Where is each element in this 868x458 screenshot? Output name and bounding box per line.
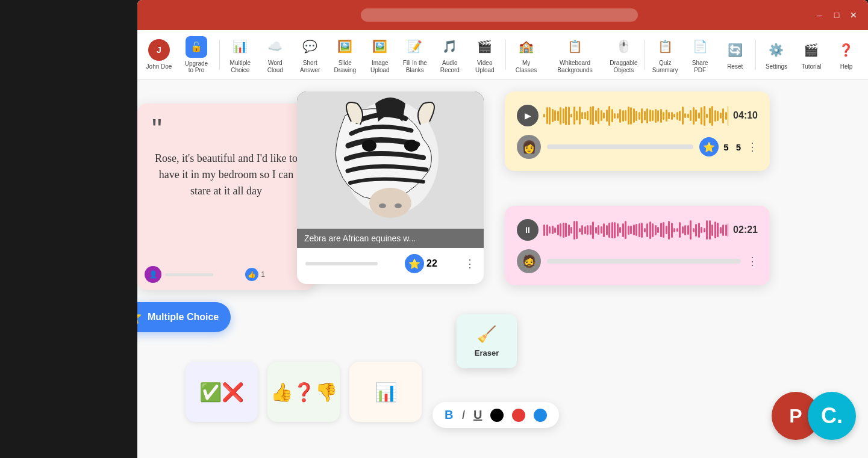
multiple-choice-button[interactable]: ⭐ Multiple Choice: [137, 302, 231, 332]
multiple-choice-star: ⭐: [137, 309, 142, 325]
quiz-icon-correct-wrong[interactable]: ✅❌: [186, 362, 258, 422]
toolbar-slide-drawing[interactable]: 🖼️ SlideDrawing: [328, 33, 362, 76]
toolbar-help[interactable]: ❓ Help: [829, 37, 863, 73]
slide-drawing-label: SlideDrawing: [334, 60, 356, 74]
audio-user-row-pink: 🧔 ⋮: [517, 249, 758, 273]
color-red-dot[interactable]: [512, 409, 525, 422]
close-button[interactable]: ✕: [849, 10, 858, 20]
like-count: 1: [261, 270, 265, 279]
toolbar-whiteboard[interactable]: 📋 Whiteboard Backgrounds: [545, 33, 606, 76]
quiz-summary-label: QuizSummary: [652, 60, 678, 74]
settings-icon: ⚙️: [766, 39, 787, 61]
classpoint-icon[interactable]: C.: [808, 392, 856, 440]
toolbar-short-answer[interactable]: 💬 ShortAnswer: [293, 33, 327, 76]
toolbar-my-classes[interactable]: 🏫 MyClasses: [510, 33, 543, 76]
word-cloud-icon: ☁️: [264, 36, 286, 57]
zebra-caption: Zebra are African equines w...: [297, 229, 484, 248]
settings-label: Settings: [766, 63, 787, 70]
quiz-summary-icon: 📋: [654, 36, 676, 57]
zebra-image: Zebra are African equines w...: [297, 91, 484, 248]
word-cloud-label: WordCloud: [267, 60, 283, 74]
title-bar-controls: – □ ✕: [815, 10, 858, 20]
eraser-label: Eraser: [475, 348, 499, 357]
title-search-bar[interactable]: [361, 8, 638, 22]
zebra-svg: [297, 91, 484, 248]
quiz-icon-scale[interactable]: 📊: [349, 362, 422, 422]
fill-blanks-label: Fill in theBlanks: [403, 60, 427, 74]
zebra-card-footer: ⭐ 22 ⋮: [297, 248, 484, 279]
maximize-button[interactable]: □: [832, 10, 841, 20]
video-upload-icon: 🎬: [474, 36, 496, 57]
zebra-star-count: 22: [426, 258, 437, 269]
italic-button[interactable]: I: [461, 408, 465, 422]
audio-waveform-pink: ⏸ 02:21: [517, 218, 758, 242]
audio-time-yellow: 04:10: [733, 110, 758, 121]
star-number-yellow: 5: [723, 142, 728, 152]
audio-card-yellow: ▶ 04:10 👩 ⭐ 5 5 ⋮: [505, 91, 770, 171]
audio-time-pink: 02:21: [733, 224, 758, 235]
audio-record-icon: 🎵: [439, 36, 461, 57]
zebra-star-icon: ⭐: [405, 254, 424, 273]
audio-waveform-yellow: ▶ 04:10: [517, 104, 758, 128]
color-black-dot[interactable]: [490, 409, 504, 422]
fill-blanks-icon: 📝: [404, 36, 426, 57]
whiteboard-label: Whiteboard Backgrounds: [548, 60, 602, 74]
eraser-tool-card[interactable]: 🧹 Eraser: [457, 314, 517, 368]
zebra-star-badge: ⭐ 22: [405, 254, 437, 273]
toolbar-share-pdf[interactable]: 📄 SharePDF: [683, 33, 717, 76]
bold-button[interactable]: B: [445, 408, 453, 422]
quote-card-footer: 👤 👍 1 ⋮: [145, 266, 308, 283]
toolbar-audio-record[interactable]: 🎵 AudioRecord: [433, 33, 467, 76]
quiz-icon-vote[interactable]: 👍❓👎: [267, 362, 340, 422]
toolbar: J John Doe 🔓 Upgradeto Pro 📊 MultipleCho…: [137, 30, 868, 79]
my-classes-icon: 🏫: [516, 36, 537, 57]
zebra-more-button[interactable]: ⋮: [464, 257, 475, 270]
slide-drawing-icon: 🖼️: [334, 36, 356, 57]
pause-button-pink[interactable]: ⏸: [517, 219, 539, 241]
audio-record-label: AudioRecord: [440, 60, 460, 74]
toolbar-multiple-choice[interactable]: 📊 MultipleChoice: [223, 33, 257, 76]
quiz-icons-row: ✅❌ 👍❓👎 📊: [186, 362, 422, 422]
toolbar-tutorial[interactable]: 🎬 Tutorial: [795, 37, 828, 73]
color-blue-dot[interactable]: [534, 409, 547, 422]
toolbar-draggable[interactable]: 🖱️ DraggableObjects: [607, 33, 640, 76]
svg-point-2: [369, 188, 411, 218]
toolbar-image-upload[interactable]: 🖼️ ImageUpload: [363, 33, 397, 76]
eraser-icon: 🧹: [477, 325, 496, 344]
multiple-choice-label: Multiple Choice: [148, 312, 219, 323]
toolbar-word-cloud[interactable]: ☁️ WordCloud: [258, 33, 292, 76]
quote-marks: ": [152, 118, 301, 141]
multiple-choice-icon: 📊: [229, 36, 251, 57]
yellow-more-button[interactable]: ⋮: [747, 140, 758, 153]
title-bar: – □ ✕: [137, 0, 868, 30]
svg-point-3: [362, 140, 376, 152]
toolbar-settings[interactable]: ⚙️ Settings: [760, 37, 793, 73]
user-progress-pink: [547, 259, 741, 264]
like-icon: 👍: [245, 268, 258, 281]
toolbar-user[interactable]: J John Doe: [142, 37, 176, 73]
star-count-yellow: ⭐ 5: [699, 137, 728, 156]
divider-2: [505, 40, 506, 70]
whiteboard-icon: 📋: [564, 36, 585, 57]
toolbar-quiz-summary[interactable]: 📋 QuizSummary: [648, 33, 682, 76]
toolbar-video-upload[interactable]: 🎬 VideoUpload: [468, 33, 502, 76]
my-classes-label: MyClasses: [516, 60, 537, 74]
underline-button[interactable]: U: [473, 408, 482, 422]
toolbar-fill-blanks[interactable]: 📝 Fill in theBlanks: [398, 33, 432, 76]
play-button-yellow[interactable]: ▶: [517, 105, 539, 126]
svg-point-6: [395, 203, 402, 208]
minimize-button[interactable]: –: [815, 10, 825, 20]
toolbar-reset[interactable]: 🔄 Reset: [718, 37, 752, 73]
divider-4: [755, 40, 756, 70]
toolbar-upgrade[interactable]: 🔓 Upgradeto Pro: [177, 34, 216, 76]
quote-text: Rose, it's beautiful and I'd like to hav…: [152, 150, 301, 199]
image-upload-label: ImageUpload: [370, 60, 390, 74]
pink-more-button[interactable]: ⋮: [747, 255, 758, 268]
tutorial-label: Tutorial: [801, 63, 821, 70]
short-answer-label: ShortAnswer: [300, 60, 320, 74]
user-progress-yellow: [547, 144, 693, 149]
audio-card-pink: ⏸ 02:21 🧔 ⋮: [505, 206, 770, 285]
svg-point-5: [379, 203, 386, 208]
user-avatar-pink: 🧔: [517, 249, 541, 273]
help-label: Help: [840, 63, 853, 70]
